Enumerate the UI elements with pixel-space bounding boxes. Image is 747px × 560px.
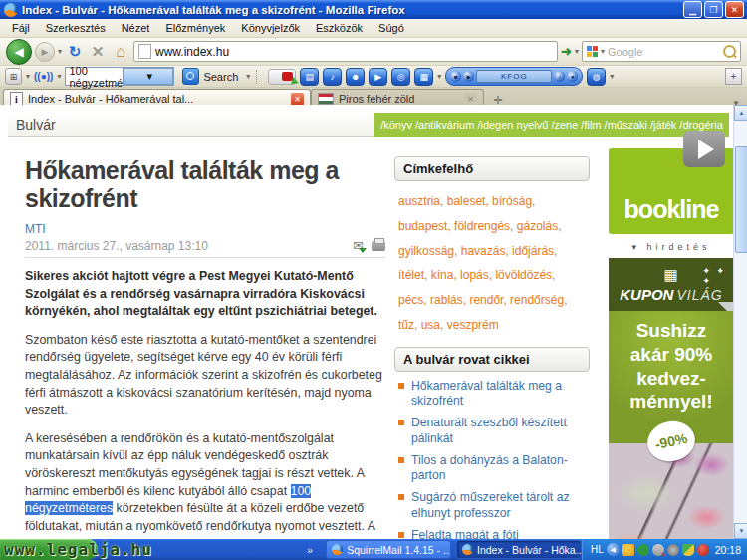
address-bar[interactable]: www.index.hu: [133, 41, 558, 62]
tag-link[interactable]: gázolás,: [517, 216, 562, 233]
tag-link[interactable]: lövöldözés,: [495, 265, 555, 282]
scrollbar-thumb[interactable]: [735, 146, 747, 253]
close-button[interactable]: ✕: [725, 1, 744, 18]
tag-link[interactable]: usa,: [421, 315, 447, 332]
tray-security-shield-icon[interactable]: [682, 544, 694, 556]
tag-link[interactable]: rendőrség,: [510, 290, 567, 307]
player-settings-icon[interactable]: ◍: [587, 68, 606, 86]
find-value[interactable]: 100 négyzetmé: [66, 65, 123, 89]
tab-label[interactable]: Piros fehér zöld: [339, 93, 459, 105]
music-tool-icon[interactable]: ♪: [323, 68, 342, 86]
kuponvilag-ad[interactable]: ✦ ✦✦ ▦ KUPON VILÁG Sushizz akár 90% kedv…: [609, 258, 734, 539]
search-engine-dropdown-icon[interactable]: ▾: [601, 47, 605, 56]
tools-dropdown-icon[interactable]: ▾: [437, 72, 441, 81]
magnifier-icon[interactable]: [723, 45, 736, 58]
sidebar-article-link[interactable]: Denaturált szeszből készített pálinkát: [398, 416, 590, 446]
menu-item[interactable]: Eszközök: [308, 20, 371, 36]
print-icon[interactable]: [372, 241, 385, 251]
youtube-downloader-icon[interactable]: [268, 69, 296, 85]
tab-close-icon[interactable]: ✕: [464, 93, 477, 106]
tag-link[interactable]: földrengés,: [454, 216, 517, 233]
tray-volume-icon[interactable]: [667, 544, 679, 556]
sidebar-article-link[interactable]: Hőkamerával találták meg a skizofrént: [398, 379, 590, 410]
category-links[interactable]: /könyv /antikvárium /idegen nyelvű /zene…: [380, 119, 723, 131]
task-label[interactable]: Index - Bulvár - Hőka...: [477, 544, 582, 556]
menu-item[interactable]: Fájl: [4, 20, 38, 36]
search-dropdown-icon[interactable]: ▾: [246, 72, 250, 81]
menu-item[interactable]: Nézet: [114, 20, 158, 36]
tag-link[interactable]: ítélet,: [398, 265, 431, 282]
tray-chevron-icon[interactable]: ◀: [607, 543, 620, 556]
sidebar-article-link[interactable]: Tilos a dohányzás a Balaton-parton: [398, 453, 590, 484]
tray-antivirus-icon[interactable]: [697, 544, 709, 556]
player-mute-icon[interactable]: ●: [567, 71, 578, 82]
player-dropdown-icon[interactable]: ▾: [610, 72, 614, 81]
zoom-tool-icon[interactable]: ◎: [391, 68, 410, 86]
tag-link[interactable]: havazás,: [461, 241, 512, 258]
language-indicator[interactable]: HL: [591, 544, 604, 555]
scroll-up-icon[interactable]: ▲: [734, 105, 747, 121]
player-play-icon[interactable]: ▶: [463, 71, 474, 82]
history-dropdown-icon[interactable]: ▾: [58, 47, 62, 56]
google-search-placeholder[interactable]: Google: [608, 46, 720, 58]
menu-item[interactable]: Szerkesztés: [38, 20, 114, 36]
radio-dropdown-icon[interactable]: ▾: [57, 72, 61, 81]
tray-app-icon-1[interactable]: [622, 544, 634, 556]
find-input[interactable]: 100 négyzetmé ▾: [65, 67, 174, 86]
reload-button[interactable]: ↻: [65, 43, 85, 61]
tag-link[interactable]: rendőr,: [469, 290, 510, 307]
scroll-down-icon[interactable]: ▼: [734, 523, 747, 539]
tag-link[interactable]: veszprém,: [447, 315, 502, 332]
player-volume-icon[interactable]: ♪: [554, 71, 565, 82]
menu-item[interactable]: Könyvjelzők: [233, 20, 308, 36]
go-button[interactable]: ➜: [561, 44, 572, 59]
tag-link[interactable]: pécs,: [398, 290, 430, 307]
tag-link[interactable]: kína,: [431, 265, 460, 282]
tag-link[interactable]: lopás,: [460, 265, 495, 282]
tab-label[interactable]: Index - Bulvár - Hőkamerával tal...: [28, 93, 286, 105]
sidebar-article-link[interactable]: Sugárzó műszereket tárolt az elhunyt pro…: [398, 490, 590, 521]
stop-button[interactable]: ✕: [88, 43, 108, 61]
tag-link[interactable]: időjárás,: [512, 241, 557, 258]
vertical-scrollbar[interactable]: ▲ ▼: [733, 105, 747, 539]
restore-button[interactable]: ❐: [704, 1, 723, 18]
tag-link[interactable]: gyilkosság,: [398, 241, 461, 258]
player-stop-icon[interactable]: ■: [450, 71, 461, 82]
sidebar-article-link[interactable]: Feladta magát a fóti családgyilkosság gy…: [398, 528, 590, 539]
taskbar-item-squirrelmail[interactable]: SquirrelMail 1.4.15 - ...: [326, 540, 451, 559]
tag-link[interactable]: tűz,: [398, 315, 421, 332]
play-tool-icon[interactable]: ▶: [369, 68, 387, 86]
contacts-tool-icon[interactable]: ☻: [346, 68, 365, 86]
video-tool-icon[interactable]: ▤: [300, 68, 319, 86]
tag-link[interactable]: ausztria,: [398, 191, 447, 208]
filmstrip-tool-icon[interactable]: ▦: [414, 68, 433, 86]
go-dropdown-icon[interactable]: ▾: [575, 47, 579, 56]
toolbar-add-icon[interactable]: +: [725, 68, 742, 85]
url-text[interactable]: www.index.hu: [155, 45, 229, 59]
tag-link[interactable]: budapest,: [398, 216, 454, 233]
taskbar-item-index[interactable]: Index - Bulvár - Hőka...: [456, 540, 582, 559]
send-article-icon[interactable]: ✉: [353, 238, 364, 253]
ad-play-button[interactable]: [683, 131, 725, 167]
minimize-button[interactable]: ▁: [683, 1, 702, 18]
section-title[interactable]: Bulvár: [16, 117, 56, 133]
addon-dropdown-icon[interactable]: ▾: [26, 72, 30, 81]
forward-button[interactable]: ▶: [35, 42, 55, 62]
tag-link[interactable]: bíróság,: [492, 191, 535, 208]
tray-app-icon-2[interactable]: [637, 544, 649, 556]
tag-link[interactable]: rablás,: [430, 290, 469, 307]
radio-signal-icon[interactable]: ((●)): [34, 69, 53, 84]
find-combo-arrow-icon[interactable]: ▾: [123, 68, 173, 85]
menu-item[interactable]: Előzmények: [157, 20, 233, 36]
google-search-box[interactable]: ▾ Google: [582, 41, 741, 62]
addon-icon[interactable]: ⊞: [5, 68, 22, 85]
menu-item[interactable]: Súgó: [371, 20, 412, 36]
tag-link[interactable]: baleset,: [447, 191, 492, 208]
back-button[interactable]: ◀: [6, 39, 32, 65]
home-button[interactable]: ⌂: [111, 43, 130, 61]
tray-messenger-icon[interactable]: [652, 544, 664, 556]
task-label[interactable]: SquirrelMail 1.4.15 - ...: [347, 544, 451, 556]
article-byline[interactable]: MTI: [25, 222, 385, 236]
taskbar-clock[interactable]: 20:18: [715, 544, 741, 556]
tab-close-icon[interactable]: ✕: [291, 93, 304, 106]
